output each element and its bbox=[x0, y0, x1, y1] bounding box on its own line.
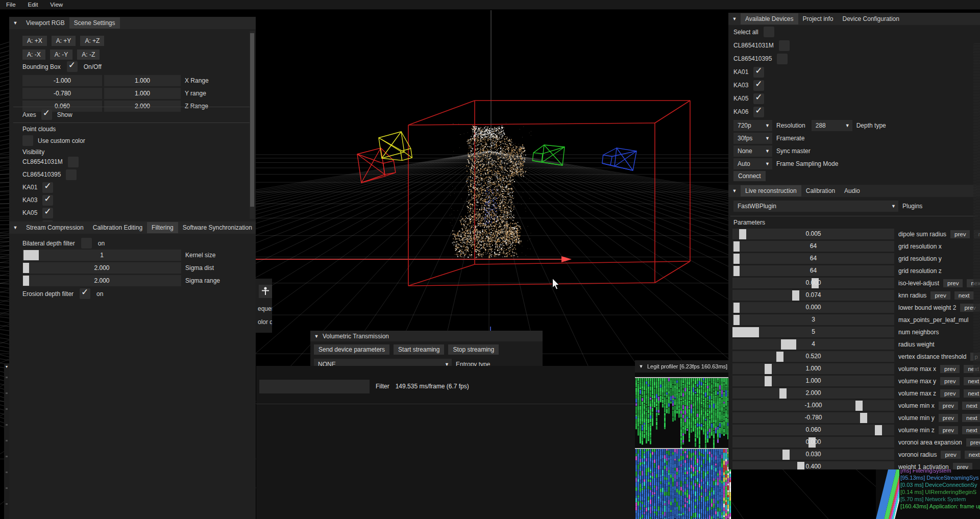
filter-slider[interactable]: 1 bbox=[22, 250, 181, 261]
scrollbar[interactable] bbox=[250, 31, 255, 219]
param-step-button[interactable]: prev bbox=[950, 230, 970, 238]
param-step-button[interactable]: prev bbox=[940, 389, 960, 398]
tab-software-synchronization[interactable]: Software Synchronization bbox=[178, 222, 256, 233]
parameter-slider[interactable]: 0.030 bbox=[732, 449, 894, 460]
profiler-header[interactable]: ▼ Legit profiler [6.23fps 160.63ms] bbox=[635, 360, 732, 373]
tab-project-info[interactable]: Project info bbox=[798, 13, 838, 24]
plugins-select[interactable]: FastWBPlugin ▼ bbox=[733, 201, 898, 212]
param-step-button[interactable]: next bbox=[962, 426, 980, 434]
volumetric-panel-header[interactable]: ▼ Volumetric Transmission bbox=[310, 331, 543, 341]
parameter-slider[interactable]: 5 bbox=[732, 327, 894, 337]
person-icon[interactable] bbox=[259, 285, 272, 298]
scrollbar-thumb[interactable] bbox=[250, 33, 254, 207]
axis-view-button[interactable]: A: -X bbox=[22, 50, 45, 60]
device-visibility-checkbox[interactable]: ✓ bbox=[42, 195, 53, 206]
param-step-button[interactable]: next bbox=[964, 377, 980, 385]
parameter-slider[interactable]: 0.000 bbox=[732, 278, 894, 288]
parameter-slider[interactable]: 0.000 bbox=[732, 302, 894, 313]
collapse-arrow-icon[interactable]: ▼ bbox=[635, 364, 647, 369]
tab-calibration[interactable]: Calibration bbox=[801, 185, 840, 196]
parameter-slider[interactable]: 0.074 bbox=[732, 290, 894, 301]
connect-button[interactable]: Connect bbox=[733, 171, 766, 181]
volumetric-action-button[interactable]: Start streaming bbox=[394, 344, 444, 355]
param-step-button[interactable]: prev bbox=[953, 463, 972, 470]
resolution-select[interactable]: 720p ▼ bbox=[733, 120, 772, 131]
param-step-button[interactable]: prev bbox=[930, 291, 950, 300]
device-visibility-checkbox[interactable]: ✓ bbox=[42, 208, 53, 218]
device-visibility-checkbox[interactable]: ✓ bbox=[66, 169, 77, 180]
device-select-checkbox[interactable]: ✓ bbox=[753, 67, 764, 78]
param-step-button[interactable]: next bbox=[964, 389, 980, 398]
menu-item[interactable]: View bbox=[44, 0, 69, 9]
sampling-mode-select[interactable]: Auto ▼ bbox=[733, 158, 772, 169]
collapsed-panel-strip[interactable]: ▼ bbox=[4, 363, 9, 519]
bounding-box-checkbox[interactable]: ✓ bbox=[67, 61, 78, 72]
device-select-checkbox[interactable]: ✓ bbox=[753, 80, 764, 91]
parameter-slider[interactable]: 1.000 bbox=[732, 376, 894, 386]
collapse-arrow-icon[interactable]: ▼ bbox=[9, 20, 21, 26]
collapse-arrow-icon[interactable]: ▼ bbox=[728, 16, 741, 21]
volumetric-action-button[interactable]: Send device parameters bbox=[314, 344, 389, 355]
framerate-select[interactable]: 30fps ▼ bbox=[733, 133, 772, 144]
filter-slider[interactable]: 2.000 bbox=[22, 275, 181, 286]
tab-live-reconstruction[interactable]: Live reconstruction bbox=[741, 185, 801, 196]
parameter-slider[interactable]: -0.780 bbox=[732, 412, 894, 423]
tab-available-devices[interactable]: Available Devices bbox=[741, 13, 798, 24]
select-all-checkbox[interactable]: ✓ bbox=[764, 27, 774, 37]
parameter-slider[interactable]: 0.000 bbox=[732, 437, 894, 448]
tab-scene-settings[interactable]: Scene Settings bbox=[69, 17, 120, 29]
sync-master-select[interactable]: None ▼ bbox=[733, 145, 772, 157]
parameter-slider[interactable]: 64 bbox=[732, 241, 894, 252]
collapse-arrow-icon[interactable]: ▼ bbox=[9, 225, 21, 230]
bilateral-filter-checkbox[interactable]: ✓ bbox=[81, 238, 92, 249]
depth-type-select[interactable]: 288 ▼ bbox=[812, 120, 852, 131]
range-max-field[interactable]: 1.000 bbox=[104, 88, 181, 99]
axis-view-button[interactable]: A: -Y bbox=[50, 50, 73, 60]
erosion-filter-checkbox[interactable]: ✓ bbox=[80, 288, 90, 299]
device-select-checkbox[interactable]: ✓ bbox=[779, 40, 790, 51]
tab-device-configuration[interactable]: Device Configuration bbox=[838, 13, 904, 24]
param-step-button[interactable]: next bbox=[962, 414, 980, 422]
parameter-slider[interactable]: 3 bbox=[732, 314, 894, 325]
param-step-button[interactable]: prev bbox=[939, 402, 958, 410]
parameter-slider[interactable]: 1.000 bbox=[732, 363, 894, 374]
tab-calibration-editing[interactable]: Calibration Editing bbox=[88, 222, 147, 233]
collapse-arrow-icon[interactable]: ▼ bbox=[310, 334, 323, 339]
param-step-button[interactable]: prev bbox=[940, 365, 960, 373]
parameter-slider[interactable]: 4 bbox=[732, 339, 894, 350]
collapse-arrow-icon[interactable]: ▼ bbox=[4, 363, 9, 368]
use-custom-color-checkbox[interactable]: ✓ bbox=[22, 135, 33, 146]
parameter-slider[interactable]: 64 bbox=[732, 265, 894, 276]
device-select-checkbox[interactable]: ✓ bbox=[753, 107, 764, 117]
parameter-slider[interactable]: 0.060 bbox=[732, 425, 894, 435]
range-min-field[interactable]: -0.780 bbox=[22, 88, 102, 99]
parameter-slider[interactable]: 2.000 bbox=[732, 388, 894, 399]
device-visibility-checkbox[interactable]: ✓ bbox=[42, 182, 53, 193]
range-min-field[interactable]: -1.000 bbox=[22, 75, 102, 86]
param-step-button[interactable]: next bbox=[965, 451, 980, 459]
parameter-slider[interactable]: 64 bbox=[732, 253, 894, 264]
parameter-slider[interactable]: 0.005 bbox=[732, 229, 894, 239]
device-visibility-checkbox[interactable]: ✓ bbox=[68, 157, 79, 167]
param-step-button[interactable]: prev bbox=[943, 279, 963, 287]
collapse-arrow-icon[interactable]: ▼ bbox=[728, 188, 741, 193]
tab-filtering[interactable]: Filtering bbox=[147, 222, 178, 233]
menu-item[interactable]: Edit bbox=[22, 0, 44, 9]
range-max-field[interactable]: 1.000 bbox=[104, 75, 181, 86]
axis-view-button[interactable]: A: +X bbox=[22, 36, 47, 46]
parameter-slider[interactable]: 0.520 bbox=[732, 351, 894, 362]
tab-viewport-rgb[interactable]: Viewport RGB bbox=[21, 17, 69, 29]
tab-audio[interactable]: Audio bbox=[840, 185, 865, 196]
menu-item[interactable]: File bbox=[0, 0, 22, 9]
param-step-button[interactable]: prev bbox=[939, 426, 958, 434]
filter-slider[interactable]: 2.000 bbox=[22, 262, 181, 274]
axis-view-button[interactable]: A: +Y bbox=[52, 36, 76, 46]
parameter-slider[interactable]: -1.000 bbox=[732, 400, 894, 411]
param-step-button[interactable]: prev bbox=[939, 414, 958, 422]
param-step-button[interactable]: prev bbox=[966, 438, 980, 447]
axis-view-button[interactable]: A: -Z bbox=[77, 50, 100, 60]
param-step-button[interactable]: next bbox=[962, 402, 980, 410]
entropy-type-select[interactable]: NONE ▼ bbox=[314, 359, 452, 366]
volumetric-action-button[interactable]: Stop streaming bbox=[448, 344, 499, 355]
param-step-button[interactable]: prev bbox=[940, 377, 960, 385]
